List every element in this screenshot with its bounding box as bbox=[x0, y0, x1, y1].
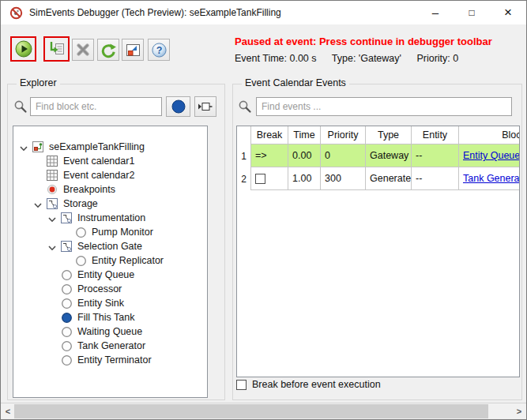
explorer-title: Explorer bbox=[17, 77, 60, 88]
tree-item-waiting-queue[interactable]: Waiting Queue bbox=[13, 324, 207, 339]
row-number: 2 bbox=[237, 167, 250, 190]
column-header-time: Time bbox=[288, 126, 320, 144]
app-icon bbox=[9, 6, 23, 20]
tree-item-breakpoints[interactable]: Breakpoints bbox=[13, 182, 207, 197]
tree-item-tank-generator[interactable]: Tank Generator bbox=[13, 339, 207, 353]
show-current-block-button[interactable] bbox=[122, 39, 144, 61]
column-header-block: Block bbox=[458, 126, 520, 144]
break-before-execution-label: Break before event execution bbox=[252, 379, 381, 390]
breakpoint-icon bbox=[47, 184, 58, 195]
event-time: Event Time: 0.00 s bbox=[235, 53, 317, 64]
model-icon bbox=[32, 141, 43, 152]
column-header-type: Type bbox=[365, 126, 411, 144]
block-link[interactable]: Tank Generator bbox=[463, 173, 520, 184]
column-header-entity: Entity bbox=[411, 126, 458, 144]
minimize-button[interactable]: – bbox=[417, 1, 454, 24]
tree-item-label: Processor bbox=[77, 283, 122, 294]
expander-chevron-down-icon[interactable] bbox=[47, 242, 57, 251]
block-icon bbox=[61, 283, 72, 294]
tree-item-seexampletankfilling[interactable]: seExampleTankFilling bbox=[13, 140, 207, 154]
tree-item-label: Entity Sink bbox=[77, 298, 124, 309]
tree-item-entity-terminator[interactable]: Entity Terminator bbox=[13, 353, 207, 367]
tree-item-pump-monitor[interactable]: Pump Monitor bbox=[13, 225, 207, 239]
subsystem-icon bbox=[47, 198, 58, 209]
show-in-model-button[interactable] bbox=[194, 96, 216, 117]
window-title: SimEvents Debugger (Tech Preview): seExa… bbox=[29, 7, 281, 18]
block-icon bbox=[61, 298, 72, 309]
tree-item-event-calendar1[interactable]: Event calendar1 bbox=[13, 154, 207, 168]
expander-chevron-down-icon[interactable] bbox=[47, 213, 57, 223]
expander-chevron-down-icon[interactable] bbox=[33, 199, 43, 208]
tree-item-instrumentation[interactable]: Instrumentation bbox=[13, 211, 207, 225]
block-highlight-icon bbox=[125, 42, 141, 58]
event-table: BreakTimePriorityTypeEntityBlock1=>0.000… bbox=[236, 126, 520, 377]
refresh-button[interactable] bbox=[97, 39, 119, 61]
block-cell: Entity Queue bbox=[458, 144, 520, 167]
help-button[interactable]: ? bbox=[148, 39, 170, 61]
block-icon bbox=[75, 255, 86, 266]
tree-item-label: Pump Monitor bbox=[92, 227, 153, 238]
calendar-icon bbox=[47, 170, 58, 181]
tree-item-selection-gate[interactable]: Selection Gate bbox=[13, 239, 207, 253]
tree-item-label: Waiting Queue bbox=[77, 326, 142, 337]
row-number: 1 bbox=[237, 144, 250, 167]
entity-cell: -- bbox=[411, 167, 458, 190]
block-cell: Tank Generator bbox=[458, 167, 520, 190]
search-icon bbox=[238, 99, 252, 114]
play-icon bbox=[14, 39, 33, 58]
block-icon bbox=[61, 340, 72, 351]
column-header-priority: Priority bbox=[320, 126, 365, 144]
maximize-button[interactable]: □ bbox=[454, 1, 490, 24]
scroll-right-button[interactable]: > bbox=[512, 403, 526, 419]
close-button[interactable]: × bbox=[490, 1, 526, 24]
tree-item-storage[interactable]: Storage bbox=[13, 197, 207, 211]
close-x-icon bbox=[75, 42, 91, 58]
break-before-execution-checkbox[interactable] bbox=[236, 380, 247, 390]
scrollbar-thumb[interactable] bbox=[14, 404, 488, 418]
column-header-break: Break bbox=[250, 126, 288, 144]
block-selected-icon bbox=[61, 312, 72, 323]
tree-item-label: Entity Replicator bbox=[92, 255, 164, 266]
expander-chevron-down-icon[interactable] bbox=[19, 142, 28, 152]
time-cell: 1.00 bbox=[288, 167, 320, 190]
tree-item-label: Entity Queue bbox=[77, 269, 134, 280]
block-search-input[interactable] bbox=[30, 97, 162, 116]
time-cell: 0.00 bbox=[288, 144, 320, 167]
event-row-2: 21.00300Generate--Tank Generator bbox=[237, 167, 519, 190]
scroll-left-button[interactable]: < bbox=[1, 403, 15, 419]
block-icon bbox=[61, 354, 72, 366]
step-icon bbox=[48, 40, 66, 58]
refresh-icon bbox=[100, 42, 117, 58]
blue-dot-icon bbox=[171, 99, 186, 114]
horizontal-scrollbar: < > bbox=[1, 403, 526, 419]
tree-item-label: Breakpoints bbox=[63, 184, 115, 195]
simevents-debugger-window: SimEvents Debugger (Tech Preview): seExa… bbox=[0, 0, 527, 420]
help-icon: ? bbox=[151, 42, 168, 58]
row-break-checkbox[interactable] bbox=[255, 174, 265, 184]
quit-debugging-button[interactable] bbox=[72, 39, 94, 61]
break-cell: => bbox=[250, 144, 288, 167]
calendar-icon bbox=[47, 156, 58, 167]
event-calendar-title: Event Calendar Events bbox=[242, 77, 349, 88]
event-search-input[interactable] bbox=[256, 97, 512, 116]
tree-item-fill-this-tank[interactable]: Fill This Tank bbox=[13, 310, 207, 324]
tree-item-entity-replicator[interactable]: Entity Replicator bbox=[13, 253, 207, 268]
type-cell: Gateway bbox=[365, 144, 411, 167]
subsystem-icon bbox=[61, 241, 72, 252]
tree-item-entity-sink[interactable]: Entity Sink bbox=[13, 296, 207, 310]
tree-item-processor[interactable]: Processor bbox=[13, 282, 207, 296]
paused-message: Paused at event: Press continue in debug… bbox=[235, 36, 492, 47]
titlebar: SimEvents Debugger (Tech Preview): seExa… bbox=[1, 1, 526, 24]
tree-item-label: Tank Generator bbox=[77, 340, 145, 351]
tree-item-label: seExampleTankFilling bbox=[49, 141, 145, 152]
priority-cell: 0 bbox=[320, 144, 365, 167]
block-link[interactable]: Entity Queue bbox=[463, 150, 520, 161]
tree-item-entity-queue[interactable]: Entity Queue bbox=[13, 268, 207, 282]
tree-item-label: Event calendar2 bbox=[63, 170, 134, 181]
highlight-block-button[interactable] bbox=[166, 96, 190, 117]
continue-button[interactable] bbox=[10, 36, 36, 62]
step-button[interactable] bbox=[43, 36, 70, 62]
tree-item-event-calendar2[interactable]: Event calendar2 bbox=[13, 168, 207, 182]
block-icon bbox=[61, 269, 72, 280]
priority-cell: 300 bbox=[320, 167, 365, 190]
